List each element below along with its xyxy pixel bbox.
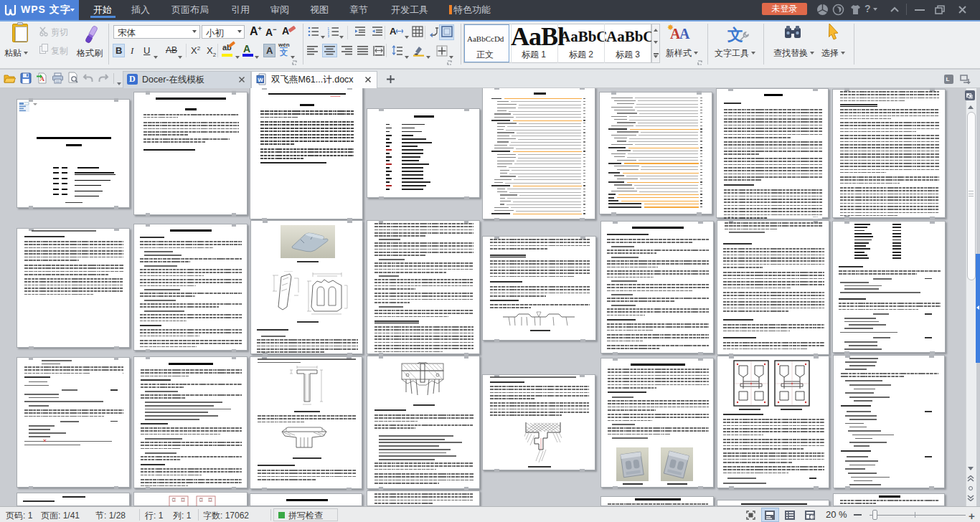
svg-text:3: 3 <box>328 34 329 38</box>
svg-text:W: W <box>258 77 263 83</box>
